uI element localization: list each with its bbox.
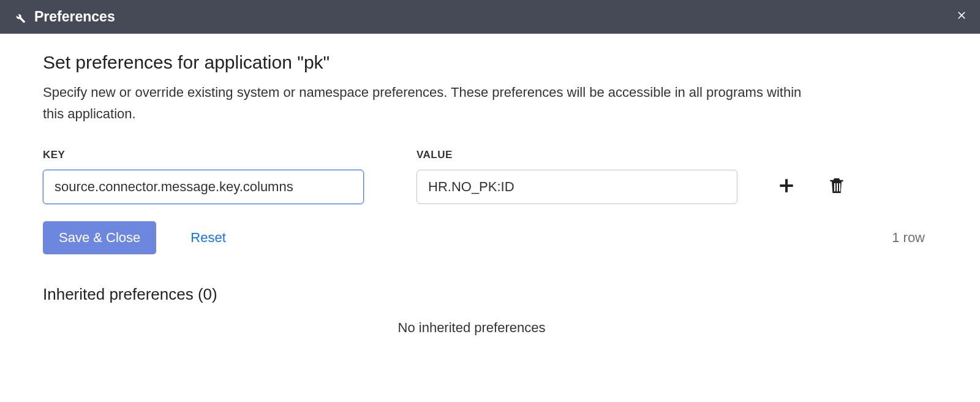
add-row-button[interactable] <box>777 176 796 198</box>
delete-row-button[interactable] <box>827 176 846 198</box>
save-close-button[interactable]: Save & Close <box>43 221 156 254</box>
modal-header: Preferences <box>0 0 980 34</box>
inherited-empty-message: No inherited preferences <box>6 320 937 336</box>
close-button[interactable] <box>956 9 968 25</box>
page-description: Specify new or override existing system … <box>43 82 809 124</box>
column-key-label: KEY <box>43 149 65 161</box>
header-title-wrap: Preferences <box>12 9 115 25</box>
page-title: Set preferences for application "pk" <box>43 52 937 73</box>
wrench-icon <box>12 10 26 24</box>
row-count: 1 row <box>892 230 937 246</box>
trash-icon <box>827 176 846 198</box>
reset-button[interactable]: Reset <box>190 230 225 246</box>
close-icon <box>956 9 968 25</box>
kv-header: KEY VALUE <box>43 149 937 161</box>
row-actions <box>777 176 846 198</box>
footer-row: Save & Close Reset 1 row <box>43 221 937 254</box>
plus-icon <box>777 176 796 198</box>
header-title: Preferences <box>34 9 115 25</box>
inherited-title: Inherited preferences (0) <box>43 285 937 304</box>
preference-row <box>43 170 937 204</box>
key-input[interactable] <box>43 170 364 204</box>
value-input[interactable] <box>417 170 737 204</box>
column-value-label: VALUE <box>417 149 453 161</box>
modal-content: Set preferences for application "pk" Spe… <box>0 34 980 360</box>
